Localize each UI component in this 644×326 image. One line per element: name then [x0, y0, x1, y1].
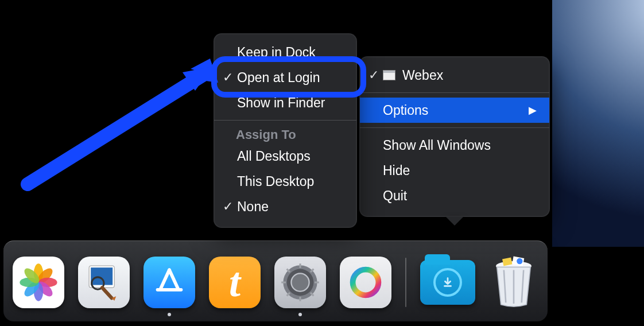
gear-icon [278, 260, 323, 305]
menu-item-none[interactable]: ✓ None [214, 194, 356, 219]
menu-item-options[interactable]: Options ▶ [360, 98, 549, 123]
menu-item-hide[interactable]: Hide [360, 158, 549, 183]
dock-app-photos[interactable] [13, 257, 64, 308]
check-icon: ✓ [367, 68, 381, 83]
dock-app-system-settings[interactable] [274, 257, 326, 308]
dock-app-appstore[interactable] [143, 257, 195, 308]
menu-item-label: Open at Login [235, 70, 320, 86]
dock-trash[interactable] [489, 255, 538, 310]
menu-item-keep-in-dock[interactable]: Keep in Dock [214, 40, 356, 65]
svg-point-34 [517, 258, 522, 264]
svg-point-17 [291, 273, 309, 291]
webex-icon [346, 262, 386, 302]
svg-marker-37 [183, 67, 212, 91]
menu-item-label: All Desktops [235, 149, 311, 164]
menu-section-label: Assign To [214, 125, 356, 143]
menu-separator [214, 120, 356, 121]
window-thumb-icon [383, 70, 395, 80]
menu-item-open-at-login[interactable]: ✓ Open at Login [214, 65, 356, 90]
svg-line-12 [161, 270, 169, 289]
annotation-arrow [10, 49, 228, 199]
dock-separator [405, 258, 406, 307]
menu-item-label: Options [381, 103, 428, 118]
dock-app-preview[interactable] [78, 257, 130, 308]
menu-item-all-desktops[interactable]: All Desktops [214, 143, 356, 169]
desktop-wallpaper [552, 0, 644, 247]
check-icon: ✓ [221, 70, 235, 85]
appstore-icon [151, 264, 188, 301]
menu-item-show-in-finder[interactable]: Show in Finder [214, 90, 356, 115]
menu-item-app-window[interactable]: ✓ Webex [360, 63, 549, 88]
svg-line-35 [28, 73, 205, 184]
svg-line-13 [169, 270, 178, 289]
svg-line-11 [102, 288, 112, 298]
menu-item-label: None [235, 199, 269, 215]
menu-separator [360, 92, 549, 93]
menu-item-show-all-windows[interactable]: Show All Windows [360, 133, 549, 158]
menu-item-label: Keep in Dock [235, 45, 316, 60]
options-submenu: Keep in Dock ✓ Open at Login Show in Fin… [214, 33, 357, 228]
photos-icon [19, 263, 58, 302]
menu-item-quit[interactable]: Quit [360, 183, 549, 208]
check-icon: ✓ [221, 199, 235, 214]
preview-icon [82, 261, 126, 304]
token-icon: t [229, 259, 240, 306]
menu-item-label: Show All Windows [381, 138, 491, 153]
trash-full-icon [489, 255, 538, 310]
dock-downloads-folder[interactable] [420, 260, 475, 305]
dock-context-menu: ✓ Webex Options ▶ Show All Windows Hide … [359, 56, 550, 217]
menu-pointer-tail [445, 216, 464, 226]
menu-item-label: Hide [381, 163, 410, 178]
svg-point-26 [353, 270, 379, 296]
menu-item-label: This Desktop [235, 174, 314, 189]
dock-app-token[interactable]: t [209, 257, 261, 308]
menu-item-this-desktop[interactable]: This Desktop [214, 169, 356, 194]
submenu-arrow-icon: ▶ [529, 104, 537, 117]
svg-rect-9 [91, 267, 112, 285]
menu-item-label: Quit [381, 188, 407, 204]
dock: t [3, 240, 548, 321]
dock-area: t [0, 236, 644, 326]
menu-item-label: Webex [400, 68, 443, 83]
menu-item-label: Show in Finder [235, 95, 325, 111]
dock-app-webex[interactable] [340, 257, 391, 308]
download-arrow-icon [433, 268, 462, 297]
menu-separator [360, 127, 549, 128]
